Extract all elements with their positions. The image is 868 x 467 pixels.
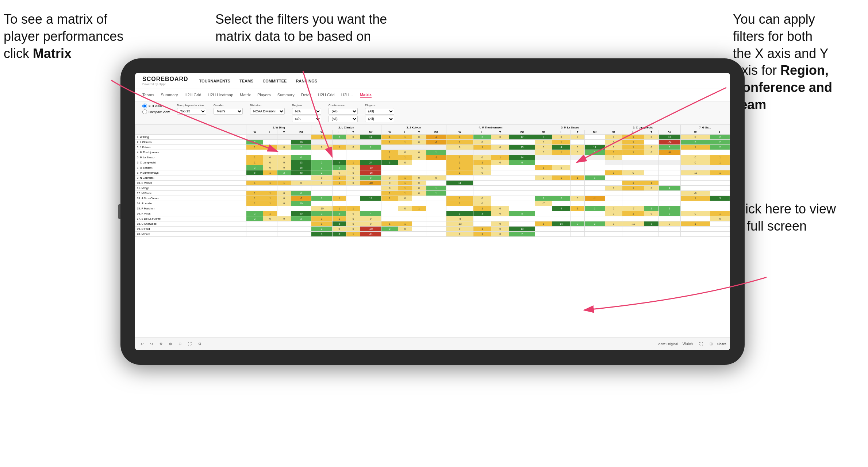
matrix-cell bbox=[658, 232, 680, 237]
matrix-cell: 0 bbox=[473, 196, 491, 201]
toolbar-watch[interactable]: Watch bbox=[681, 341, 695, 347]
subnav-h2h-grid2[interactable]: H2H Grid bbox=[318, 93, 335, 98]
subnav-players[interactable]: Players bbox=[257, 93, 271, 98]
matrix-cell: 1 bbox=[246, 160, 263, 165]
matrix-cell: 0 bbox=[360, 221, 381, 227]
matrix-cell bbox=[605, 165, 622, 170]
matrix-cell bbox=[246, 206, 263, 211]
matrix-cell bbox=[710, 201, 730, 206]
toolbar-redo[interactable]: ↪ bbox=[148, 341, 155, 347]
sh-w3: W bbox=[381, 130, 398, 135]
region-select-x[interactable]: N/A bbox=[292, 108, 321, 115]
matrix-cell bbox=[535, 181, 552, 186]
table-row: 6. C Lamprecht100132412430110601 bbox=[135, 160, 730, 165]
matrix-cell: 0 bbox=[446, 232, 473, 237]
matrix-cell bbox=[412, 216, 426, 221]
nav-rankings[interactable]: RANKINGS bbox=[296, 79, 317, 83]
matrix-cell: 4 bbox=[552, 206, 571, 211]
matrix-cell bbox=[658, 160, 680, 165]
matrix-cell: 0 bbox=[644, 211, 658, 216]
division-select[interactable]: NCAA Division I bbox=[250, 108, 285, 115]
toolbar-zoom-out[interactable]: ⊖ bbox=[177, 341, 183, 347]
sh-w5: W bbox=[535, 130, 552, 135]
matrix-cell bbox=[473, 221, 491, 227]
toolbar-undo[interactable]: ↩ bbox=[139, 341, 145, 347]
matrix-cell: 0 bbox=[473, 201, 491, 206]
toolbar-grid[interactable]: ⊞ bbox=[708, 341, 714, 347]
matrix-cell bbox=[605, 191, 622, 196]
matrix-cell: 0 bbox=[491, 211, 509, 216]
matrix-cell bbox=[710, 221, 730, 227]
matrix-cell bbox=[491, 201, 509, 206]
conference-select-x[interactable]: (All) bbox=[329, 108, 358, 115]
matrix-cell: 1 bbox=[398, 221, 412, 227]
toolbar-expand[interactable]: ⛶ bbox=[698, 341, 705, 347]
matrix-cell: 0 bbox=[360, 216, 381, 221]
subnav-teams[interactable]: Teams bbox=[142, 93, 154, 98]
region-select-y[interactable]: N/A bbox=[292, 116, 321, 122]
radio-full-view[interactable]: Full View bbox=[142, 104, 170, 108]
nav-tournaments[interactable]: TOURNAMENTS bbox=[199, 79, 230, 83]
subnav-matrix-active[interactable]: Matrix bbox=[360, 92, 372, 98]
matrix-cell: -3 bbox=[291, 196, 311, 201]
matrix-cell bbox=[622, 175, 644, 181]
matrix-cell: 0 bbox=[535, 150, 552, 155]
sh-t1: T bbox=[277, 130, 291, 135]
matrix-cell bbox=[584, 186, 605, 191]
players-select-y[interactable]: (All) bbox=[365, 116, 394, 122]
matrix-cell: 1 bbox=[680, 221, 710, 227]
matrix-cell bbox=[571, 165, 585, 170]
nav-teams[interactable]: TEAMS bbox=[239, 79, 254, 83]
matrix-cell bbox=[605, 196, 622, 201]
toolbar-settings[interactable]: ⚙ bbox=[196, 341, 203, 347]
matrix-cell bbox=[412, 165, 426, 170]
subnav-h2h-grid1[interactable]: H2H Grid bbox=[184, 93, 201, 98]
players-select-x[interactable]: (All) bbox=[365, 108, 394, 115]
matrix-cell: 0 bbox=[571, 135, 585, 140]
matrix-cell bbox=[491, 140, 509, 145]
matrix-cell: 0 bbox=[346, 221, 360, 227]
toolbar-pan[interactable]: ✥ bbox=[158, 341, 164, 347]
matrix-cell bbox=[552, 191, 571, 196]
matrix-cell bbox=[622, 191, 644, 196]
subnav-matrix1[interactable]: Matrix bbox=[240, 93, 251, 98]
matrix-cell bbox=[473, 216, 491, 221]
matrix-cell: 1 bbox=[680, 145, 710, 150]
matrix-cell: -1 bbox=[426, 155, 446, 160]
matrix-cell: 6 bbox=[291, 191, 311, 196]
matrix-cell bbox=[535, 206, 552, 211]
matrix-cell bbox=[571, 170, 585, 175]
matrix-cell bbox=[263, 232, 277, 237]
matrix-cell bbox=[605, 160, 622, 165]
subnav-detail[interactable]: Detail bbox=[301, 93, 311, 98]
subnav-summary1[interactable]: Summary bbox=[161, 93, 178, 98]
subnav-summary2[interactable]: Summary bbox=[277, 93, 295, 98]
sh-d1: Dif bbox=[291, 130, 311, 135]
max-players-select[interactable]: Top 25 bbox=[177, 108, 206, 115]
nav-committee[interactable]: COMMITTEE bbox=[262, 79, 287, 83]
matrix-cell bbox=[473, 181, 491, 186]
app-title: SCOREBOARD bbox=[142, 76, 188, 82]
matrix-cell: 2 bbox=[311, 165, 333, 170]
matrix-cell bbox=[263, 150, 277, 155]
radio-compact-view[interactable]: Compact View bbox=[142, 109, 170, 114]
toolbar-fit[interactable]: ⛶ bbox=[186, 341, 193, 347]
matrix-cell: 0 bbox=[277, 196, 291, 201]
subnav-h2h-ellipsis[interactable]: H2H… bbox=[341, 93, 353, 98]
toolbar-share[interactable]: Share bbox=[717, 342, 726, 346]
matrix-cell bbox=[412, 160, 426, 165]
toolbar-zoom-in[interactable]: ⊕ bbox=[167, 341, 174, 347]
matrix-cell: 1 bbox=[311, 216, 333, 221]
matrix-cell: 0 bbox=[571, 196, 585, 201]
annotation-top-center: Select the filters you want the matrix d… bbox=[215, 11, 398, 45]
player-name-cell: 11. M Ege bbox=[135, 186, 246, 191]
subnav-h2h-heatmap[interactable]: H2H Heatmap bbox=[208, 93, 233, 98]
conference-select-y[interactable]: (All) bbox=[329, 116, 358, 122]
matrix-cell: 1 bbox=[622, 150, 644, 155]
matrix-cell: 1 bbox=[263, 145, 277, 150]
matrix-scroll-area[interactable]: 1. W Ding 2. L Clanton 3. J Koivun 4. M … bbox=[135, 125, 730, 337]
player-name-cell: 17. S De La Fuente bbox=[135, 216, 246, 221]
matrix-cell bbox=[381, 206, 398, 211]
matrix-cell: 0 bbox=[680, 160, 710, 165]
gender-select[interactable]: Men's bbox=[214, 108, 243, 115]
